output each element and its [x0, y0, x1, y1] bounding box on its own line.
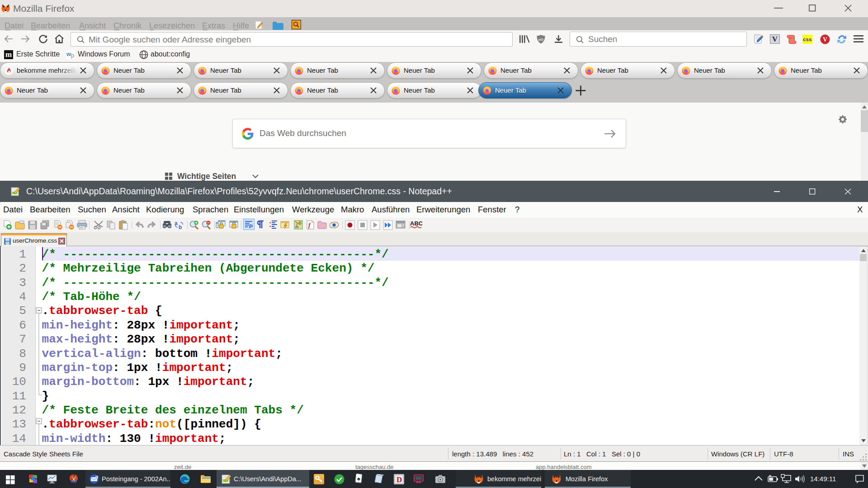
svg-text:a: a — [175, 220, 178, 226]
svg-text:ABC: ABC — [410, 220, 422, 227]
svg-text:D: D — [396, 475, 402, 484]
svg-text:V: V — [823, 36, 827, 43]
svg-text:uO: uO — [538, 38, 543, 42]
svg-text:b: b — [179, 224, 182, 230]
